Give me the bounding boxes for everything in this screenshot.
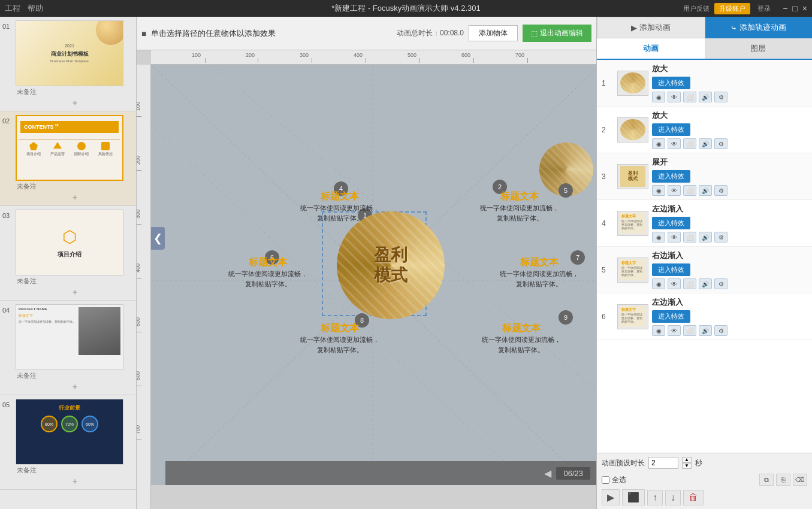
anim-num-3: 3 bbox=[602, 172, 614, 181]
anim-ctrl-settings-1[interactable]: ⚙ bbox=[714, 92, 728, 102]
central-orb[interactable]: 盈利 模式 bbox=[337, 211, 445, 319]
anim-effect-btn-5[interactable]: 进入特效 bbox=[652, 263, 690, 276]
anim-ctrl-settings-2[interactable]: ⚙ bbox=[714, 138, 728, 149]
minimize-button[interactable]: − bbox=[783, 4, 787, 13]
selectall-row: 全选 ⧉ ⎘ ⌫ bbox=[602, 474, 807, 486]
anim-ctrl-eye-1[interactable]: 👁 bbox=[668, 92, 681, 102]
slide-add-4[interactable]: ＋ bbox=[16, 380, 134, 393]
nav-arrow-left[interactable]: ❮ bbox=[151, 227, 165, 250]
anim-ctrl-vis-3[interactable]: ◉ bbox=[652, 185, 665, 196]
slide-add-1[interactable]: ＋ bbox=[16, 96, 134, 110]
anim-ctrl-screen-5[interactable]: ⬜ bbox=[683, 278, 696, 289]
bottom-icon-prev[interactable]: ◀ bbox=[544, 468, 551, 479]
anim-ctrl-eye-3[interactable]: 👁 bbox=[668, 185, 681, 196]
stop-button[interactable]: ⬛ bbox=[622, 489, 645, 505]
anim-ctrl-screen-4[interactable]: ⬜ bbox=[683, 232, 696, 243]
anim-effect-btn-4[interactable]: 进入特效 bbox=[652, 217, 690, 229]
slide-item-1[interactable]: 01 2021 商业计划书模板 Business Plan Template 未… bbox=[0, 17, 136, 111]
anim-name-1: 放大 bbox=[652, 63, 807, 74]
play-button[interactable]: ▶ bbox=[602, 489, 620, 505]
thumb5-circle-1: 80% bbox=[41, 416, 58, 432]
exit-button[interactable]: ⬚ 退出动画编辑 bbox=[523, 25, 591, 42]
copy-icon[interactable]: ⧉ bbox=[759, 474, 774, 486]
tab-animation[interactable]: 动画 bbox=[597, 38, 705, 60]
canvas-bg[interactable]: ❮ 1 2 3 4 5 6 7 8 9 标题文本 统一字体使阅 bbox=[151, 65, 596, 485]
slide-item-3[interactable]: 03 ⬡ 项目介绍 未备注 ＋ bbox=[0, 206, 136, 301]
anim-ctrl-eye-2[interactable]: 👁 bbox=[668, 138, 681, 149]
text-block-botright[interactable]: 标题文本 统一字体使阅读更加流畅，复制粘贴字体。 bbox=[475, 322, 568, 355]
move-down-button[interactable]: ↓ bbox=[665, 490, 681, 505]
anim-effect-btn-6[interactable]: 进入特效 bbox=[652, 310, 690, 323]
anim-ctrl-vis-2[interactable]: ◉ bbox=[652, 138, 665, 149]
remove-button[interactable]: 🗑 bbox=[683, 490, 704, 505]
menu-project[interactable]: 工程 bbox=[5, 3, 20, 14]
duration-input[interactable] bbox=[648, 457, 678, 469]
close-button[interactable]: × bbox=[802, 4, 807, 13]
anim-ctrl-screen-2[interactable]: ⬜ bbox=[683, 138, 696, 149]
slide-item-2[interactable]: 02 CONTENTS " 项目介绍 bbox=[0, 111, 136, 206]
duration-up[interactable]: ▲ bbox=[682, 457, 692, 463]
ruler-mark-500: 500 bbox=[407, 52, 416, 58]
anim-effect-btn-3[interactable]: 进入特效 bbox=[652, 170, 690, 183]
tb-body-midleft: 统一字体使阅读更加流畅，复制粘贴字体。 bbox=[223, 269, 313, 289]
text-block-midright[interactable]: 标题文本 统一字体使阅读更加流畅，复制粘贴字体。 bbox=[493, 256, 585, 289]
anim-ctrl-sound-1[interactable]: 🔊 bbox=[699, 92, 712, 102]
slide-add-3[interactable]: ＋ bbox=[16, 286, 134, 299]
anim-num-2: 2 bbox=[602, 126, 614, 134]
duration-down[interactable]: ▼ bbox=[682, 463, 692, 469]
slide-thumb-5[interactable]: 行业前景 80% 70% 60% bbox=[16, 399, 123, 465]
text-block-topright[interactable]: 标题文本 统一字体使阅读更加流畅，复制粘贴字体。 bbox=[475, 190, 565, 223]
anim-ctrl-settings-3[interactable]: ⚙ bbox=[714, 185, 728, 196]
text-block-botleft[interactable]: 标题文本 统一字体使阅读更加流畅，复制粘贴字体。 bbox=[295, 322, 385, 355]
anim-effect-btn-1[interactable]: 进入特效 bbox=[652, 77, 690, 89]
anim-ctrl-sound-6[interactable]: 🔊 bbox=[699, 325, 712, 336]
selectall-checkbox[interactable] bbox=[602, 476, 609, 484]
anim-ctrl-screen-3[interactable]: ⬜ bbox=[683, 185, 696, 196]
add-object-button[interactable]: 添加物体 bbox=[469, 25, 518, 41]
anim-ctrl-screen-6[interactable]: ⬜ bbox=[683, 325, 696, 336]
upgrade-button[interactable]: 升级账户 bbox=[714, 3, 750, 14]
delete-icon[interactable]: ⌫ bbox=[793, 474, 807, 486]
menu-help[interactable]: 帮助 bbox=[28, 3, 43, 14]
anim-ctrl-eye-6[interactable]: 👁 bbox=[668, 325, 681, 336]
tab-layer[interactable]: 图层 bbox=[705, 38, 813, 59]
slide-item-5[interactable]: 05 行业前景 80% 70% 60% 未备注 ＋ bbox=[0, 395, 136, 490]
orb-text: 盈利 模式 bbox=[374, 245, 407, 285]
slide-thumb-2[interactable]: CONTENTS " 项目介绍 产品运营 bbox=[16, 115, 123, 181]
anim-ctrl-vis-5[interactable]: ◉ bbox=[652, 278, 665, 289]
maximize-button[interactable]: □ bbox=[792, 4, 797, 13]
anim-ctrl-settings-5[interactable]: ⚙ bbox=[714, 278, 728, 289]
canvas-area[interactable]: 100 200 300 400 500 600 700 bbox=[137, 50, 596, 509]
user-feedback-link[interactable]: 用户反馈 bbox=[683, 4, 710, 13]
ruler-mark-v-200: 200 bbox=[137, 156, 141, 165]
anim-ctrl-eye-5[interactable]: 👁 bbox=[668, 278, 681, 289]
anim-ctrl-sound-5[interactable]: 🔊 bbox=[699, 278, 712, 289]
add-track-button[interactable]: ⤷ 添加轨迹动画 bbox=[705, 17, 813, 38]
slide-item-4[interactable]: 04 PROJECT NAME 标题文字 统一字体使阅读更加流畅，复制粘贴字体。… bbox=[0, 301, 136, 395]
selectall-label[interactable]: 全选 bbox=[602, 475, 626, 485]
slide-thumb-3[interactable]: ⬡ 项目介绍 bbox=[16, 210, 123, 275]
anim-ctrl-vis-6[interactable]: ◉ bbox=[652, 325, 665, 336]
slide-thumb-1[interactable]: 2021 商业计划书模板 Business Plan Template bbox=[16, 20, 123, 86]
anim-ctrl-vis-4[interactable]: ◉ bbox=[652, 232, 665, 243]
add-animation-button[interactable]: ▶ 添加动画 bbox=[597, 17, 705, 38]
text-block-midleft[interactable]: 标题文本 统一字体使阅读更加流畅，复制粘贴字体。 bbox=[223, 256, 313, 289]
anim-ctrl-sound-4[interactable]: 🔊 bbox=[699, 232, 712, 243]
anim-ctrl-screen-1[interactable]: ⬜ bbox=[683, 92, 696, 102]
paste-icon[interactable]: ⎘ bbox=[776, 474, 790, 486]
tb-title-botright: 标题文本 bbox=[475, 322, 568, 335]
anim-ctrl-vis-1[interactable]: ◉ bbox=[652, 92, 665, 102]
slide-thumb-4[interactable]: PROJECT NAME 标题文字 统一字体使阅读更加流畅，复制粘贴字体。 bbox=[16, 304, 123, 370]
login-button[interactable]: 登录 bbox=[757, 4, 771, 13]
slide-add-5[interactable]: ＋ bbox=[16, 475, 134, 488]
anim-controls-2: ◉ 👁 ⬜ 🔊 ⚙ bbox=[652, 138, 807, 149]
anim-ctrl-eye-4[interactable]: 👁 bbox=[668, 232, 681, 243]
move-up-button[interactable]: ↑ bbox=[647, 490, 663, 505]
anim-ctrl-settings-4[interactable]: ⚙ bbox=[714, 232, 728, 243]
anim-ctrl-sound-3[interactable]: 🔊 bbox=[699, 185, 712, 196]
anim-effect-btn-2[interactable]: 进入特效 bbox=[652, 123, 690, 136]
anim-ctrl-settings-6[interactable]: ⚙ bbox=[714, 325, 728, 336]
slide-add-2[interactable]: ＋ bbox=[16, 191, 134, 204]
slide-thumb-wrap-1: 2021 商业计划书模板 Business Plan Template 未备注 … bbox=[16, 20, 134, 110]
anim-ctrl-sound-2[interactable]: 🔊 bbox=[699, 138, 712, 149]
